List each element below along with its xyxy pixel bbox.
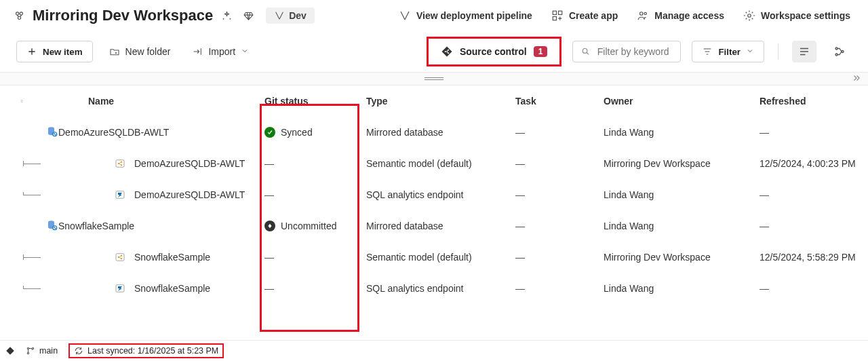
row-owner: Linda Wang <box>599 187 755 203</box>
table-row[interactable]: SnowflakeSample Uncommitted Mirrored dat… <box>16 210 852 242</box>
row-type: SQL analytics endpoint <box>362 187 511 203</box>
row-name-cell: SnowflakeSample <box>84 280 260 297</box>
row-name: SnowflakeSample <box>134 252 210 263</box>
diamond-icon[interactable] <box>240 7 256 24</box>
filter-button[interactable]: Filter <box>692 41 764 62</box>
list-view-toggle[interactable] <box>792 41 816 62</box>
row-type: Mirrored database <box>362 124 511 140</box>
new-item-label: New item <box>43 47 83 57</box>
chevron-down-icon <box>746 47 754 57</box>
filter-button-label: Filter <box>718 47 741 57</box>
import-label: Import <box>208 46 235 57</box>
workspace-icon <box>11 7 27 24</box>
row-owner: Linda Wang <box>599 218 755 234</box>
svg-point-0 <box>16 12 18 14</box>
sql-endpoint-icon <box>114 282 126 294</box>
row-git-status: Synced <box>260 124 362 140</box>
uncommitted-icon <box>264 221 275 231</box>
source-control-highlight: Source control 1 <box>427 37 561 66</box>
filter-input[interactable] <box>596 45 673 58</box>
source-control-button[interactable]: Source control 1 <box>431 41 557 62</box>
last-synced-label: Last synced: 1/16/2025 at 5:23 PM <box>87 346 218 356</box>
row-refreshed: 12/5/2024, 4:00:23 PM <box>755 155 868 172</box>
tree-connector <box>16 161 84 166</box>
workspace-settings-link[interactable]: Workspace settings <box>736 7 857 24</box>
row-task: — <box>511 218 599 234</box>
manage-access-label: Manage access <box>654 10 724 21</box>
table-row[interactable]: SnowflakeSample — Semantic model (defaul… <box>16 242 852 273</box>
branch-indicator[interactable]: main <box>26 346 58 356</box>
view-pipeline-label: View deployment pipeline <box>416 10 532 21</box>
row-type: Semantic model (default) <box>362 155 511 172</box>
manage-access-link[interactable]: Manage access <box>630 7 731 24</box>
view-pipeline-link[interactable]: View deployment pipeline <box>392 7 539 24</box>
table-row[interactable]: DemoAzureSQLDB-AWLT — SQL analytics endp… <box>16 179 852 210</box>
row-git-status: — <box>260 249 362 265</box>
tree-connector <box>16 254 84 260</box>
sync-icon[interactable] <box>74 346 83 356</box>
svg-point-22 <box>121 162 122 163</box>
panel-resizer[interactable] <box>0 72 868 86</box>
svg-point-4 <box>223 18 224 19</box>
row-refreshed: — <box>755 124 868 140</box>
svg-point-28 <box>118 256 119 258</box>
column-refreshed[interactable]: Refreshed <box>755 93 868 109</box>
new-folder-label: New folder <box>125 46 171 57</box>
row-refreshed: 12/5/2024, 5:58:29 PM <box>755 249 868 265</box>
svg-rect-27 <box>116 254 124 261</box>
column-task[interactable]: Task <box>511 93 599 109</box>
svg-point-32 <box>27 347 28 349</box>
svg-point-30 <box>121 258 122 259</box>
row-name-cell: SnowflakeSample <box>84 248 260 266</box>
toolbar: New item New folder Import Source contro… <box>0 31 868 72</box>
env-pill-label: Dev <box>289 10 307 21</box>
column-owner[interactable]: Owner <box>599 93 755 109</box>
table-row[interactable]: DemoAzureSQLDB-AWLT — Semantic model (de… <box>16 148 852 179</box>
sparkle-icon[interactable] <box>218 7 235 24</box>
row-owner: Linda Wang <box>599 124 755 140</box>
row-task: — <box>511 280 599 297</box>
filter-search[interactable] <box>572 41 681 62</box>
table-row[interactable]: SnowflakeSample — SQL analytics endpoint… <box>16 273 852 304</box>
env-pill[interactable]: Dev <box>266 7 315 24</box>
column-git-status[interactable]: Git status <box>260 93 362 109</box>
workspace-title: Mirroring Dev Workspace <box>33 7 213 24</box>
separator <box>778 43 778 60</box>
row-git-status: — <box>260 155 362 172</box>
row-task: — <box>511 249 599 265</box>
row-owner: Mirroring Dev Workspace <box>599 249 755 265</box>
row-refreshed: — <box>755 280 868 297</box>
expand-chevron-icon[interactable] <box>852 73 861 85</box>
svg-point-8 <box>640 12 644 16</box>
svg-rect-5 <box>553 11 556 14</box>
row-refreshed: — <box>755 218 868 234</box>
row-git-status: — <box>260 187 362 203</box>
svg-point-10 <box>748 14 751 18</box>
svg-rect-6 <box>558 11 561 14</box>
tree-connector <box>16 192 84 197</box>
last-synced-highlight: Last synced: 1/16/2025 at 5:23 PM <box>68 343 224 358</box>
svg-point-14 <box>583 49 588 54</box>
branch-name: main <box>39 346 58 356</box>
row-name: DemoAzureSQLDB-AWLT <box>134 189 245 200</box>
table-row[interactable]: DemoAzureSQLDB-AWLT Synced Mirrored data… <box>16 117 852 148</box>
new-item-button[interactable]: New item <box>16 41 93 62</box>
git-status-label: Synced <box>281 127 313 138</box>
create-app-link[interactable]: Create app <box>545 7 625 24</box>
row-type: SQL analytics endpoint <box>362 280 511 297</box>
row-name: SnowflakeSample <box>134 283 210 294</box>
import-button[interactable]: Import <box>186 42 254 61</box>
column-type[interactable]: Type <box>362 93 511 109</box>
row-refreshed: — <box>755 187 868 203</box>
new-folder-button[interactable]: New folder <box>104 42 176 61</box>
row-name: DemoAzureSQLDB-AWLT <box>134 158 245 169</box>
items-table: Name Git status Type Task Owner Refreshe… <box>0 86 868 304</box>
row-name-cell: DemoAzureSQLDB-AWLT <box>84 155 260 172</box>
row-task: — <box>511 187 599 203</box>
synced-icon <box>264 127 275 138</box>
git-provider-icon[interactable] <box>5 346 15 356</box>
create-app-label: Create app <box>569 10 618 21</box>
svg-point-15 <box>835 48 837 50</box>
column-name[interactable]: Name <box>84 93 260 109</box>
lineage-view-toggle[interactable] <box>827 41 852 62</box>
